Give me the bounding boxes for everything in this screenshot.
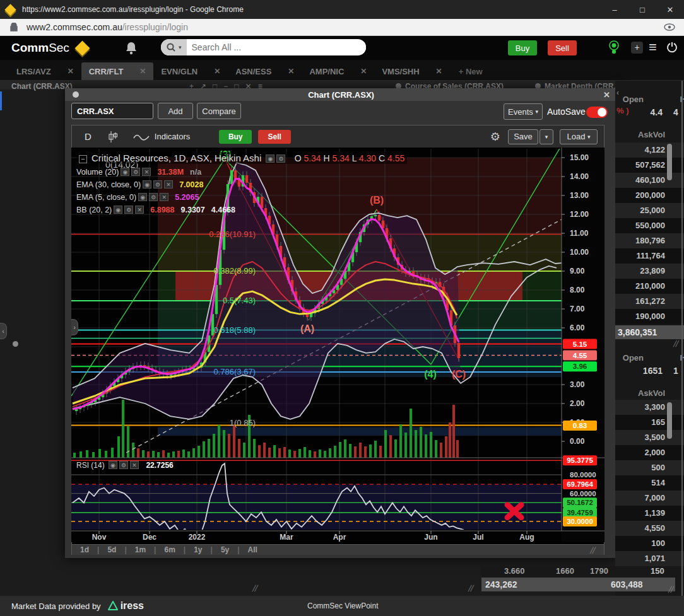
cell: 1790 (590, 566, 608, 576)
load-dropdown[interactable]: Load ▾ (560, 129, 598, 144)
eye-icon[interactable] (664, 23, 675, 31)
lightbulb-icon[interactable] (608, 40, 620, 56)
browser-scrollbar[interactable] (681, 81, 683, 596)
wave-label: (4) (424, 369, 437, 380)
month-label: 2022 (189, 533, 206, 542)
tab-close-icon[interactable]: ✕ (139, 67, 146, 76)
scrollbar-thumb[interactable] (667, 402, 672, 439)
total-left: 243,262 (481, 579, 517, 590)
timeframe-1y[interactable]: 1y (186, 545, 210, 554)
workspace-tab[interactable]: AMP/NIC✕ (302, 62, 374, 80)
depth-bottom-strip: 3.660 1660 1790 150 (481, 566, 684, 578)
new-tab-button[interactable]: + New (450, 62, 492, 80)
askvol-cell: 165 (615, 415, 684, 430)
symbol-input[interactable] (71, 103, 153, 119)
left-window-edge (0, 91, 2, 110)
workspace-tab[interactable]: LRS/AVZ✕ (9, 62, 81, 80)
window-maximize-button[interactable]: □ (628, 0, 656, 19)
search-box[interactable]: ▾ (161, 39, 366, 55)
open-header: Open (615, 95, 663, 104)
autosave-toggle[interactable] (586, 107, 608, 118)
workspace-tab[interactable]: CRR/FLT✕ (81, 62, 154, 80)
askvol-cell: 514 (615, 475, 684, 491)
candlestick-style-icon[interactable] (108, 131, 118, 143)
tab-close-icon[interactable]: ✕ (68, 67, 74, 76)
dialog-close-icon[interactable]: ✕ (603, 90, 610, 100)
caret-down-icon: ▾ (535, 108, 538, 115)
market-data-text: Market Data provided by (11, 601, 101, 611)
timeframe-1m[interactable]: 1m (127, 545, 154, 554)
timeframe-All[interactable]: All (240, 545, 266, 554)
tab-close-icon[interactable]: ✕ (436, 67, 442, 76)
tab-close-icon[interactable]: ✕ (214, 67, 220, 76)
askvol-cell: 1,071 (615, 551, 684, 566)
depth-total-strip: 243,262 603,488 (481, 578, 675, 591)
askvol-cell: 460,100 (615, 173, 684, 188)
window-close-button[interactable]: ✕ (656, 0, 684, 19)
left-panel-collapse-handle[interactable]: ‹ (0, 323, 7, 339)
background-window-title: Chart (CRR.ASX) (11, 82, 73, 91)
month-label: Nov (92, 533, 107, 542)
chart-buy-button[interactable]: Buy (219, 130, 252, 144)
panel-resize-handle[interactable]: ╱╱ (668, 586, 673, 593)
compare-button[interactable]: Compare (197, 103, 241, 119)
settings-gear-icon[interactable]: ⚙ (490, 130, 500, 144)
add-button[interactable]: Add (158, 103, 193, 119)
open-value: 4.4 (615, 107, 663, 117)
svg-text:80.0000: 80.0000 (570, 471, 596, 479)
power-icon[interactable] (666, 42, 678, 53)
events-dropdown[interactable]: Events ▾ (504, 103, 543, 120)
price-chart[interactable]: 0.236(10.91)0.382(8.99)0.5(7.43)0.618(5.… (71, 148, 604, 542)
workspace-tab[interactable]: VMS/SHH✕ (374, 62, 449, 80)
askvol-cell: 23,809 (615, 264, 684, 279)
dialog-resize-handle[interactable]: ╱╱ (590, 547, 594, 554)
add-panel-icon[interactable]: + (631, 42, 643, 54)
url-bar[interactable]: www2.commsec.com.au/iressplugin/login (0, 19, 684, 36)
chart-sell-button[interactable]: Sell (258, 130, 291, 144)
panel-resize-handle[interactable]: ╱╱ (673, 340, 678, 347)
tab-strip: LRS/AVZ✕CRR/FLT✕EVN/GLN✕ASN/ESS✕AMP/NIC✕… (0, 60, 684, 81)
askvol-cell: 550,000 (615, 218, 684, 233)
url-path: /iressplugin/login (122, 22, 188, 32)
menu-icon[interactable]: ≡ (649, 39, 657, 55)
window-minimize-button[interactable]: – (601, 0, 628, 19)
tab-close-icon[interactable]: ✕ (360, 67, 367, 76)
svg-text:12.00: 12.00 (570, 210, 589, 219)
cell: 3.660 (504, 566, 525, 576)
askvol-cell: 500 (615, 460, 684, 475)
workspace-tab[interactable]: EVN/GLN✕ (153, 62, 228, 80)
favicon-commsec-diamond-icon (4, 4, 16, 15)
search-scope-dropdown[interactable]: ▾ (161, 39, 187, 55)
workspace-tab[interactable]: ASN/ESS✕ (228, 62, 302, 80)
chart-dialog-titlebar[interactable]: Chart (CRR.ASX) ✕ (65, 88, 615, 101)
askvol-cell: 507,562 (615, 158, 684, 173)
askvol-cell: 2,000 (615, 445, 684, 460)
url-domain: www2.commsec.com.au (27, 22, 122, 32)
sell-button[interactable]: Sell (548, 40, 577, 55)
indicators-button[interactable]: Indicators (155, 132, 190, 141)
timeframe-1d[interactable]: 1d (72, 545, 97, 554)
timeframe-6m[interactable]: 6m (156, 545, 183, 554)
timeframe-5d[interactable]: 5d (99, 545, 124, 554)
window-resize-handle[interactable]: ╱╱ (252, 585, 257, 591)
wave-label: (C) (452, 369, 466, 380)
window-resize-handle[interactable]: ╱╱ (468, 585, 473, 591)
month-label: Jun (424, 533, 437, 542)
scrollbar-thumb[interactable] (667, 144, 672, 180)
notification-bell-icon[interactable] (125, 41, 138, 55)
save-options-caret[interactable]: ▾ (540, 129, 553, 144)
timeframe-5y[interactable]: 5y (213, 545, 237, 554)
tab-close-icon[interactable]: ✕ (288, 67, 294, 76)
askvol-header: AskVol (615, 388, 684, 398)
buy-button[interactable]: Buy (508, 40, 537, 55)
chart-pane-collapse-handle[interactable]: › (71, 319, 78, 335)
save-button[interactable]: Save (508, 129, 538, 144)
fib-label: 0.786(3.67) (214, 367, 256, 376)
wave-label: (A) (300, 323, 314, 334)
askvol-cell: 4,122 (615, 142, 684, 158)
askvol-cell: 111,764 (615, 248, 684, 264)
search-icon (166, 42, 176, 52)
search-input[interactable] (187, 42, 366, 53)
interval-button[interactable]: D (85, 131, 91, 142)
price-tag: 30.0000 (567, 518, 593, 525)
